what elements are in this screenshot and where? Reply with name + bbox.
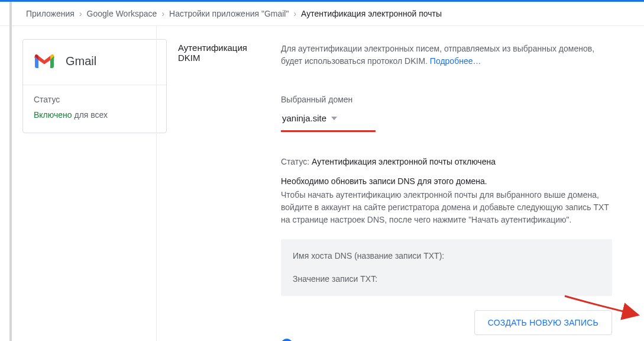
breadcrumb-link-gmail-settings[interactable]: Настройки приложения "Gmail" [169,9,289,18]
dns-record-box: Имя хоста DNS (название записи TXT): Зна… [281,239,612,296]
auth-status-line: Статус: Аутентификация электронной почты… [281,156,612,168]
status-scope-text: для всех [74,110,108,120]
app-title: Gmail [66,54,96,68]
chevron-right-icon: › [161,9,164,18]
note-row: i Примечание. На распространение изменен… [281,339,612,342]
domain-label: Выбранный домен [281,94,612,106]
dns-host-label: Имя хоста DNS (название записи TXT): [293,250,600,262]
breadcrumb: Приложения › Google Workspace › Настройк… [0,2,644,26]
chevron-right-icon: › [79,9,82,18]
breadcrumb-link-apps[interactable]: Приложения [26,9,75,18]
status-value: Включено [34,110,72,120]
chevron-right-icon: › [293,9,296,18]
dns-update-desc: Чтобы начать аутентификацию электронной … [281,189,612,226]
breadcrumb-link-workspace[interactable]: Google Workspace [87,9,157,18]
section-body: Для аутентификации электронных писем, от… [281,43,612,341]
sidebar: Gmail Статус Включено для всех [0,26,156,133]
chevron-down-icon [331,117,337,120]
app-card: Gmail Статус Включено для всех [22,39,167,133]
annotation-underline [281,130,376,132]
left-rail [0,2,12,341]
section-title: Аутентификация DKIM [178,43,267,341]
gmail-icon [34,53,55,69]
domain-select[interactable]: yaninja.site [281,111,341,129]
main: Аутентификация DKIM Для аутентификации э… [156,26,644,341]
info-icon: i [281,339,293,342]
domain-value: yaninja.site [282,112,326,126]
breadcrumb-current: Аутентификация электронной почты [301,9,442,18]
status-block: Статус Включено для всех [23,85,166,133]
status-label: Статус [34,95,156,104]
app-header: Gmail [23,40,166,85]
create-record-button[interactable]: СОЗДАТЬ НОВУЮ ЗАПИСЬ [474,310,612,335]
dns-update-heading: Необходимо обновить записи DNS для этого… [281,175,612,188]
note-text: Примечание. На распространение изменений… [301,339,612,342]
dns-value-label: Значение записи TXT: [293,273,600,285]
more-link[interactable]: Подробнее… [430,56,481,66]
